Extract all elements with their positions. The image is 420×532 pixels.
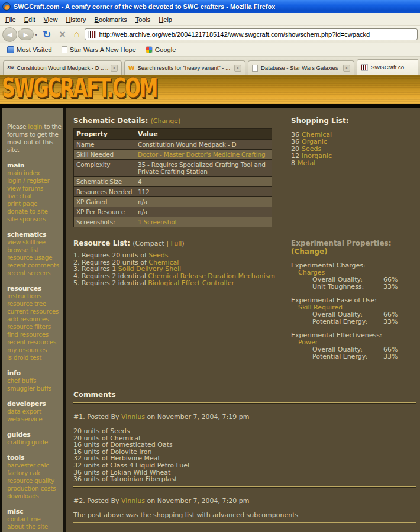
table-row: Skill NeededDoctor - Master Doctor's Med… bbox=[74, 150, 272, 160]
sidebar-link[interactable]: instructions bbox=[7, 292, 63, 300]
shopping-resource-link[interactable]: Metal bbox=[298, 159, 315, 167]
tab-bar: SW Constitution Wound Medpack - D :: ...… bbox=[0, 57, 420, 75]
sidebar-link[interactable]: resource quality bbox=[7, 477, 63, 485]
bookmark-label: Star Wars A New Hope bbox=[70, 46, 136, 53]
sidebar-link[interactable]: downloads bbox=[7, 492, 63, 500]
post-divider bbox=[73, 486, 416, 488]
bookmark-label: Google bbox=[155, 46, 176, 53]
sidebar-section-guides: guides crafting guide bbox=[7, 431, 63, 446]
sidebar-link[interactable]: resource filters bbox=[7, 323, 63, 331]
details-change-link[interactable]: (Change) bbox=[150, 117, 180, 125]
bookmark-icon bbox=[146, 46, 153, 53]
sidebar-section-misc: misc contact meabout the siteSWG links bbox=[7, 508, 63, 532]
reload-button[interactable]: ↻ bbox=[40, 28, 54, 41]
sidebar-link[interactable]: find resources bbox=[7, 331, 63, 338]
menu-item[interactable]: Edit bbox=[20, 14, 40, 25]
login-link[interactable]: login bbox=[28, 123, 42, 130]
wookieepedia-icon: W bbox=[128, 65, 134, 72]
sidebar-link[interactable]: production costs bbox=[7, 485, 63, 492]
sidebar-link[interactable]: browse list bbox=[7, 246, 63, 254]
tab-swgcraft[interactable]: SWGCraft.co bbox=[357, 59, 418, 75]
titlebar: SWGCraft.com - A comfy corner of the web… bbox=[0, 0, 420, 13]
sidebar-link[interactable]: login / register bbox=[7, 177, 63, 185]
tab-constitution-wound-medpack[interactable]: SW Constitution Wound Medpack - D :: ...… bbox=[3, 60, 122, 75]
sidebar-link[interactable]: print page bbox=[7, 200, 63, 208]
sidebar-link[interactable]: is droid test bbox=[7, 354, 63, 362]
schematic-details-title: Schematic Details: (Change) bbox=[73, 117, 291, 125]
menu-item[interactable]: History bbox=[62, 14, 90, 25]
sidebar-link[interactable]: smuggler buffs bbox=[7, 385, 63, 392]
starwars-sw-icon: SW bbox=[7, 66, 14, 70]
stop-button[interactable]: × bbox=[56, 28, 69, 41]
full-view-link[interactable]: Full bbox=[171, 240, 182, 247]
experimental-change-link[interactable]: (Change) bbox=[291, 247, 328, 256]
sidebar-section-title: resources bbox=[7, 285, 63, 292]
sidebar-link[interactable]: recent resources bbox=[7, 338, 63, 346]
sidebar-link[interactable]: my resources bbox=[7, 346, 63, 354]
bookmark-item[interactable]: Star Wars A New Hope bbox=[58, 45, 140, 54]
screenshot-link[interactable]: 1 Screenshot bbox=[138, 218, 177, 225]
comment-header: #2. Posted By Vinnius on November 7, 200… bbox=[73, 497, 416, 505]
menu-item[interactable]: Bookmarks bbox=[91, 14, 131, 25]
sidebar-link[interactable]: view forums bbox=[7, 185, 63, 192]
sidebar-section-title: developers bbox=[7, 400, 63, 408]
menu-item[interactable]: Help bbox=[154, 14, 176, 25]
comment-line: 20 units of Seeds bbox=[73, 428, 416, 435]
sidebar-link[interactable]: add resources bbox=[7, 315, 63, 323]
sidebar-link[interactable]: main index bbox=[7, 169, 63, 177]
sidebar-link[interactable]: web service bbox=[7, 415, 63, 423]
menu-item[interactable]: File bbox=[1, 14, 20, 25]
sidebar-link[interactable]: about the site bbox=[7, 523, 63, 531]
menubar: FileEditViewHistoryBookmarksToolsHelp bbox=[0, 13, 420, 26]
table-row: NameConstitution Wound Medpack - D bbox=[74, 140, 272, 150]
skill-needed-link[interactable]: Doctor - Master Doctor's Medicine Crafti… bbox=[138, 151, 265, 158]
sidebar-link[interactable]: chef buffs bbox=[7, 377, 63, 385]
menu-item[interactable]: View bbox=[40, 14, 62, 25]
sidebar-link[interactable]: factory calc bbox=[7, 469, 63, 477]
bookmark-item[interactable]: Google bbox=[142, 45, 179, 54]
resource-link[interactable]: Biological Effect Controller bbox=[148, 279, 234, 287]
sidebar-section-title: info bbox=[7, 369, 63, 377]
forward-icon: ▶ bbox=[24, 31, 28, 38]
history-dropdown-icon[interactable]: ▾ bbox=[35, 32, 37, 37]
sidebar-link[interactable]: recent comments bbox=[7, 262, 63, 269]
sidebar-link[interactable]: view skilltree bbox=[7, 238, 63, 246]
sidebar-link[interactable]: recent screens bbox=[7, 269, 63, 277]
resource-list-item: 5. Requires 2 identical Biological Effec… bbox=[73, 280, 291, 287]
sidebar-link[interactable]: current resources bbox=[7, 308, 63, 315]
table-row: Schematic Size4 bbox=[74, 177, 272, 187]
url-text: http://web.archive.org/web/2004121718514… bbox=[99, 31, 370, 38]
resource-row: Resource List: (Compact | Full) 1. Requi… bbox=[73, 239, 416, 367]
stat-value: 33% bbox=[383, 318, 398, 325]
sidebar-link[interactable]: donate to site bbox=[7, 208, 63, 215]
sidebar: Please login to the forums to get the mo… bbox=[2, 108, 63, 532]
details-row: Schematic Details: (Change) PropertyValu… bbox=[73, 117, 416, 227]
login-notice: Please login to the forums to get the mo… bbox=[7, 123, 63, 154]
swgcraft-barcode-icon bbox=[361, 64, 368, 71]
experimental-properties-block: Experimental Properties: (Change) Experi… bbox=[291, 239, 416, 367]
bookmark-item[interactable]: Most Visited bbox=[4, 45, 56, 54]
sidebar-link[interactable]: resource tree bbox=[7, 300, 63, 308]
comment-author-link[interactable]: Vinnius bbox=[121, 497, 145, 505]
menu-item[interactable]: Tools bbox=[131, 14, 155, 25]
tab-close-icon[interactable]: × bbox=[343, 65, 350, 72]
page-content: Please login to the forums to get the mo… bbox=[0, 108, 420, 532]
home-button[interactable]: ⌂ bbox=[71, 29, 83, 40]
sidebar-link[interactable]: harvester calc bbox=[7, 462, 63, 469]
sidebar-link[interactable]: data export bbox=[7, 408, 63, 415]
sidebar-link[interactable]: live chat bbox=[7, 192, 63, 200]
sidebar-link[interactable]: resource usage bbox=[7, 254, 63, 262]
tab-close-icon[interactable]: × bbox=[111, 65, 118, 72]
url-bar[interactable]: http://web.archive.org/web/2004121718514… bbox=[85, 28, 418, 40]
forward-button[interactable]: ▶ bbox=[18, 28, 34, 40]
tab-close-icon[interactable]: × bbox=[234, 65, 241, 72]
bookmark-icon bbox=[7, 46, 14, 53]
sidebar-link[interactable]: site sponsors bbox=[7, 215, 63, 223]
sidebar-link[interactable]: crafting guide bbox=[7, 439, 63, 446]
experimental-stat: Potential Energy:33% bbox=[312, 318, 416, 325]
comment-author-link[interactable]: Vinnius bbox=[121, 413, 145, 421]
back-button[interactable]: ◀ bbox=[2, 27, 17, 42]
tab-database-star-wars-galaxies[interactable]: Database - Star Wars Galaxies × bbox=[248, 60, 354, 75]
tab-search-results[interactable]: W Search results for "heavy variant" - .… bbox=[124, 60, 245, 75]
sidebar-link[interactable]: contact me bbox=[7, 515, 63, 523]
